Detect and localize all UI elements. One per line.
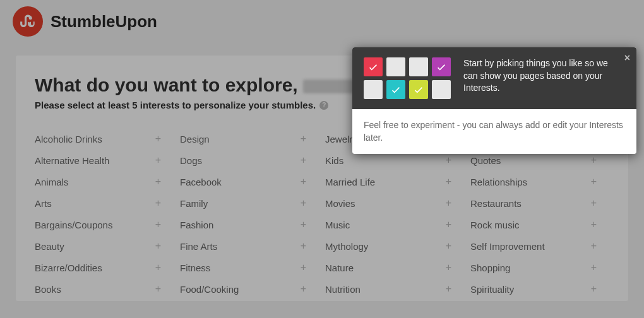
add-icon: + (591, 262, 597, 273)
interest-label: Movies (325, 198, 355, 209)
interest-item[interactable]: Beauty+ (35, 240, 174, 252)
onboarding-tooltip: × Start by picking things you like so we… (352, 47, 636, 154)
close-icon[interactable]: × (624, 52, 630, 64)
interest-item[interactable]: Movies+ (325, 197, 464, 209)
interest-item[interactable]: Bargains/Coupons+ (35, 219, 174, 230)
interest-item[interactable]: Quotes+ (470, 155, 609, 166)
add-icon: + (446, 219, 451, 230)
add-icon: + (301, 240, 306, 252)
interest-label: Alternative Health (35, 155, 109, 166)
add-icon: + (301, 176, 306, 187)
tooltip-sub-text: Feel free to experiment - you can always… (352, 109, 636, 154)
interest-label: Married Life (325, 177, 375, 187)
interest-item[interactable]: Food/Cooking+ (180, 283, 319, 295)
checked-box-icon (432, 57, 451, 76)
interest-item[interactable]: Fitness+ (180, 262, 319, 273)
interest-label: Quotes (470, 155, 501, 166)
add-icon: + (301, 283, 306, 295)
interest-label: Fine Arts (180, 241, 217, 252)
interest-item[interactable]: Fashion+ (180, 219, 319, 230)
interest-item[interactable]: Family+ (180, 197, 319, 209)
tooltip-main-text: Start by picking things you like so we c… (463, 57, 625, 99)
add-icon: + (301, 262, 306, 273)
interest-label: Fitness (180, 262, 210, 273)
add-icon: + (155, 197, 161, 209)
interest-label: Mythology (325, 241, 368, 252)
interests-grid: Alcoholic Drinks+Design+Jewelry+Alternat… (35, 133, 609, 295)
interest-item[interactable]: Nature+ (325, 262, 464, 273)
add-icon: + (446, 283, 451, 295)
add-icon: + (446, 176, 451, 187)
interest-label: Family (180, 198, 208, 209)
add-icon: + (301, 219, 306, 230)
empty-box-icon (386, 57, 405, 76)
logo-icon (13, 6, 43, 37)
empty-box-icon (409, 57, 428, 76)
help-icon[interactable]: ? (319, 101, 328, 110)
interest-item[interactable]: Fine Arts+ (180, 240, 319, 252)
interest-label: Music (325, 220, 350, 230)
add-icon: + (155, 283, 161, 295)
add-icon: + (591, 283, 597, 295)
interest-label: Facebook (180, 177, 222, 187)
add-icon: + (301, 155, 306, 166)
interest-item[interactable]: Spirituality+ (470, 283, 609, 295)
tooltip-header: × Start by picking things you like so we… (352, 47, 636, 109)
interest-item[interactable]: Arts+ (35, 197, 174, 209)
heading-prefix: What do you want to explore, (35, 74, 298, 95)
interest-item[interactable]: Facebook+ (180, 176, 319, 187)
empty-box-icon (432, 80, 451, 99)
interest-label: Fashion (180, 220, 213, 230)
interest-item[interactable]: Restaurants+ (470, 197, 609, 209)
add-icon: + (446, 197, 451, 209)
add-icon: + (591, 176, 597, 187)
checked-box-icon (386, 80, 405, 99)
interest-label: Shopping (470, 262, 510, 273)
add-icon: + (155, 133, 161, 144)
interest-item[interactable]: Bizarre/Oddities+ (35, 262, 174, 273)
interest-item[interactable]: Rock music+ (470, 219, 609, 230)
interest-item[interactable]: Design+ (180, 133, 319, 144)
add-icon: + (591, 219, 597, 230)
interest-label: Books (35, 284, 61, 295)
interest-label: Arts (35, 198, 52, 209)
add-icon: + (591, 155, 597, 166)
interest-label: Bargains/Coupons (35, 220, 112, 230)
interest-item[interactable]: Relationships+ (470, 176, 609, 187)
interest-label: Animals (35, 177, 68, 187)
interest-item[interactable]: Married Life+ (325, 176, 464, 187)
interest-item[interactable]: Music+ (325, 219, 464, 230)
interest-label: Restaurants (470, 198, 522, 209)
checked-box-icon (364, 57, 383, 76)
interest-label: Beauty (35, 241, 64, 252)
add-icon: + (446, 155, 451, 166)
interest-item[interactable]: Books+ (35, 283, 174, 295)
interest-label: Food/Cooking (180, 284, 239, 295)
interest-item[interactable]: Alcoholic Drinks+ (35, 133, 174, 144)
add-icon: + (446, 262, 451, 273)
interest-item[interactable]: Self Improvement+ (470, 240, 609, 252)
subtitle-text: Please select at least 5 interests to pe… (35, 100, 316, 110)
interest-item[interactable]: Nutrition+ (325, 283, 464, 295)
interest-item[interactable]: Animals+ (35, 176, 174, 187)
interest-label: Spirituality (470, 284, 514, 295)
add-icon: + (155, 262, 161, 273)
interest-label: Design (180, 134, 210, 144)
add-icon: + (155, 240, 161, 252)
interest-item[interactable]: Mythology+ (325, 240, 464, 252)
interest-item[interactable]: Shopping+ (470, 262, 609, 273)
add-icon: + (301, 197, 306, 209)
interest-item[interactable]: Dogs+ (180, 155, 319, 166)
add-icon: + (301, 133, 306, 144)
example-checkbox-grid (364, 57, 451, 99)
interest-label: Nature (325, 262, 354, 273)
interest-label: Dogs (180, 155, 202, 166)
interest-item[interactable]: Kids+ (325, 155, 464, 166)
interest-label: Nutrition (325, 284, 361, 295)
interest-item[interactable]: Alternative Health+ (35, 155, 174, 166)
add-icon: + (155, 155, 161, 166)
header: StumbleUpon (0, 0, 644, 43)
empty-box-icon (364, 80, 383, 99)
add-icon: + (155, 176, 161, 187)
checked-box-icon (409, 80, 428, 99)
